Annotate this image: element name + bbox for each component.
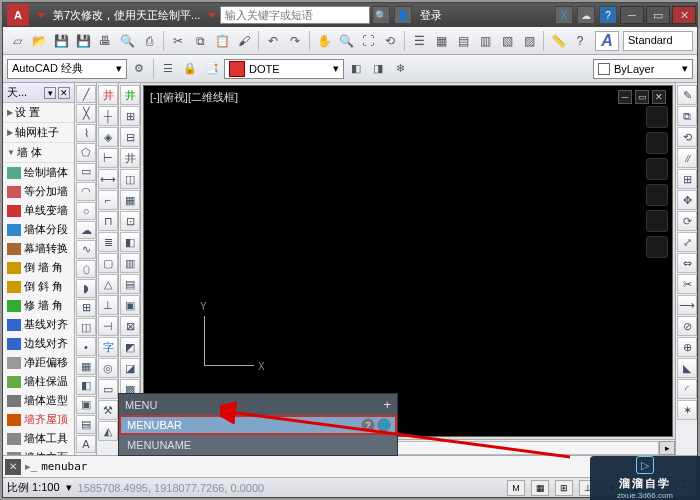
- layer-off-icon[interactable]: ◨: [368, 59, 388, 79]
- circle-icon[interactable]: ○: [76, 202, 96, 220]
- cat-settings[interactable]: ▶设 置: [3, 103, 74, 123]
- copy2-icon[interactable]: ⧉: [677, 106, 697, 126]
- user-icon[interactable]: 👤: [394, 6, 412, 24]
- col-icon[interactable]: ◈: [98, 127, 118, 147]
- cmd-close-icon[interactable]: ✕: [5, 459, 21, 475]
- preview-icon[interactable]: 🔍: [117, 31, 137, 51]
- cat-wall[interactable]: ▼墙 体: [3, 143, 74, 163]
- scale-icon[interactable]: ⤢: [677, 232, 697, 252]
- t3h-icon[interactable]: ◧: [120, 232, 140, 252]
- polygon-icon[interactable]: ⬠: [76, 143, 96, 161]
- table-icon[interactable]: ▤: [76, 415, 96, 433]
- model-button[interactable]: M: [507, 480, 525, 496]
- block-icon[interactable]: ◫: [76, 318, 96, 336]
- break-icon[interactable]: ⊘: [677, 316, 697, 336]
- list-item[interactable]: 倒 墙 角: [3, 258, 74, 277]
- dim-icon[interactable]: ⊢: [98, 148, 118, 168]
- point-icon[interactable]: •: [76, 337, 96, 355]
- array-icon[interactable]: ⊞: [677, 169, 697, 189]
- ws-settings-icon[interactable]: ⚙: [129, 59, 149, 79]
- join-icon[interactable]: ⊕: [677, 337, 697, 357]
- zoomprev-icon[interactable]: ⟲: [380, 31, 400, 51]
- list-item[interactable]: 倒 斜 角: [3, 277, 74, 296]
- layer-freeze-icon[interactable]: ❄: [390, 59, 410, 79]
- ac-net-icon[interactable]: 🌐: [377, 418, 391, 432]
- symbol-icon[interactable]: ◎: [98, 358, 118, 378]
- axis-icon[interactable]: ┼: [98, 106, 118, 126]
- list-item[interactable]: 修 墙 角: [3, 296, 74, 315]
- help-search-input[interactable]: [220, 6, 370, 24]
- layer-prop-icon[interactable]: ☰: [158, 59, 178, 79]
- sheet-icon[interactable]: ▭: [98, 379, 118, 399]
- close-button[interactable]: ✕: [672, 6, 696, 24]
- vp-close-icon[interactable]: ✕: [652, 90, 666, 104]
- list-item[interactable]: 净距偏移: [3, 353, 74, 372]
- textstyle-icon[interactable]: A: [595, 31, 619, 51]
- t3k-icon[interactable]: ▣: [120, 295, 140, 315]
- tools-icon[interactable]: ⚒: [98, 400, 118, 420]
- login-link[interactable]: 登录: [420, 8, 442, 23]
- trim-icon[interactable]: ✂: [677, 274, 697, 294]
- list-item[interactable]: 墙体造型: [3, 391, 74, 410]
- list-item[interactable]: 墙体分段: [3, 220, 74, 239]
- cloud-icon[interactable]: ☁: [577, 6, 595, 24]
- t3n-icon[interactable]: ◪: [120, 358, 140, 378]
- grid-button[interactable]: ▦: [531, 480, 549, 496]
- search-icon[interactable]: 🔍: [372, 6, 390, 24]
- viewport[interactable]: [-][俯视][二维线框] ─ ▭ ✕ Y X: [143, 85, 673, 437]
- 3d-icon[interactable]: ◭: [98, 421, 118, 441]
- section-icon[interactable]: ⊣: [98, 316, 118, 336]
- scale-label[interactable]: 比例 1:100: [7, 480, 60, 495]
- t3d-icon[interactable]: 井: [120, 148, 140, 168]
- t3a-icon[interactable]: 井: [120, 85, 140, 105]
- mtext-icon[interactable]: A: [76, 435, 96, 453]
- pline-icon[interactable]: ⌇: [76, 124, 96, 142]
- qat-dropdown-icon[interactable]: [37, 13, 45, 18]
- spline-icon[interactable]: ∿: [76, 240, 96, 258]
- redo-icon[interactable]: ↷: [285, 31, 305, 51]
- dim2-icon[interactable]: ⟷: [98, 169, 118, 189]
- list-item[interactable]: 单线变墙: [3, 201, 74, 220]
- minimize-button[interactable]: ─: [620, 6, 644, 24]
- ellipsearc-icon[interactable]: ◗: [76, 279, 96, 297]
- zoom-icon[interactable]: 🔍: [336, 31, 356, 51]
- explode-icon[interactable]: ✶: [677, 400, 697, 420]
- ac-row[interactable]: MENUNAME: [119, 435, 397, 455]
- t3l-icon[interactable]: ⊠: [120, 316, 140, 336]
- ssm-icon[interactable]: ▥: [475, 31, 495, 51]
- textstyle-combo[interactable]: Standard: [623, 31, 693, 51]
- help2-icon[interactable]: ?: [570, 31, 590, 51]
- panel-pin-icon[interactable]: ▾: [44, 87, 56, 99]
- arc-icon[interactable]: ◠: [76, 182, 96, 200]
- nav-orbit-icon[interactable]: [646, 210, 668, 232]
- pan-icon[interactable]: ✋: [314, 31, 334, 51]
- zoomwin-icon[interactable]: ⛶: [358, 31, 378, 51]
- ac-help-icon[interactable]: ?: [361, 418, 375, 432]
- panel-close-icon[interactable]: ✕: [58, 87, 70, 99]
- workspace-combo[interactable]: AutoCAD 经典▾: [7, 59, 127, 79]
- hatch-icon[interactable]: ▦: [76, 357, 96, 375]
- layer-lock-icon[interactable]: 🔒: [180, 59, 200, 79]
- list-item[interactable]: 墙齐屋顶: [3, 410, 74, 429]
- elev-icon[interactable]: ⊥: [98, 295, 118, 315]
- t3g-icon[interactable]: ⊡: [120, 211, 140, 231]
- viewcube-icon[interactable]: [646, 106, 668, 128]
- t3b-icon[interactable]: ⊞: [120, 106, 140, 126]
- saveas-icon[interactable]: 💾: [73, 31, 93, 51]
- vp-min-icon[interactable]: ─: [618, 90, 632, 104]
- paste-icon[interactable]: 📋: [212, 31, 232, 51]
- app-icon[interactable]: A: [7, 4, 29, 26]
- mirror-icon[interactable]: ⟲: [677, 127, 697, 147]
- list-item[interactable]: 基线对齐: [3, 315, 74, 334]
- cmd-input[interactable]: menubar: [41, 460, 87, 473]
- scroll-right-icon[interactable]: ▸: [659, 441, 675, 455]
- stretch-icon[interactable]: ⇔: [677, 253, 697, 273]
- cat-axis[interactable]: ▶轴网柱子: [3, 123, 74, 143]
- recent-dropdown-icon[interactable]: [208, 13, 216, 18]
- props-icon[interactable]: ☰: [409, 31, 429, 51]
- window-icon[interactable]: ⊓: [98, 211, 118, 231]
- copy-icon[interactable]: ⧉: [190, 31, 210, 51]
- xline-icon[interactable]: ╳: [76, 104, 96, 122]
- stair-icon[interactable]: ≣: [98, 232, 118, 252]
- roof-icon[interactable]: △: [98, 274, 118, 294]
